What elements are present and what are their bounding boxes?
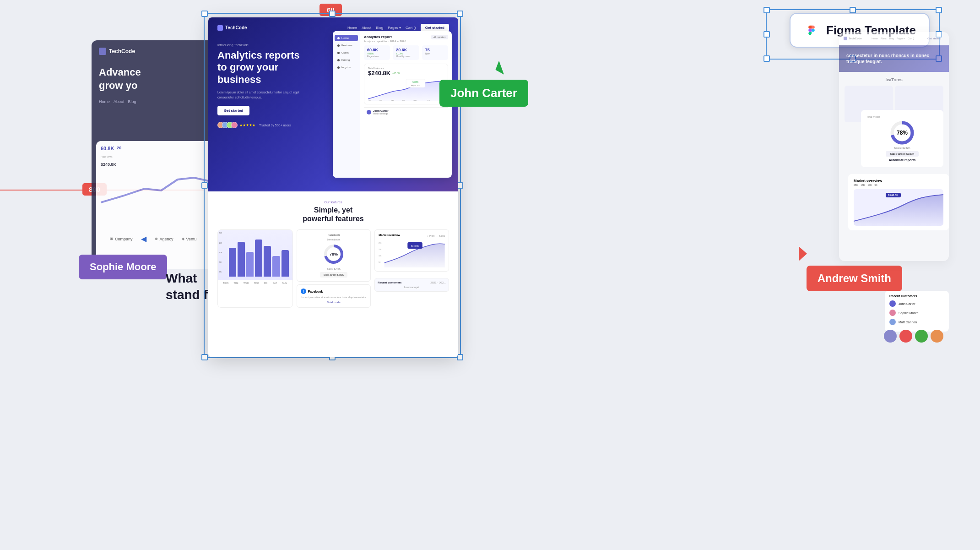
features-title: Simple, yetpowerful features xyxy=(217,206,449,223)
donut-chart-card: Facebook Lorem ipsum 78% Sales: $242K Sa… xyxy=(297,229,371,282)
sophie-moore-label: Sophie Moore xyxy=(79,255,167,279)
avatar-green-1 xyxy=(915,330,928,343)
dashboard-float-card: Home Features Users Pricing Intgrtns xyxy=(333,31,452,178)
venture-label: Ventu xyxy=(186,237,197,241)
dashboard-sidebar: Home Features Users Pricing Intgrtns xyxy=(333,31,360,178)
svg-text:25K: 25K xyxy=(379,242,382,244)
donut-cta[interactable]: Sales target: $330K xyxy=(320,272,347,278)
bar-chart-area: 25K15K10K5K0K xyxy=(218,230,292,280)
hero-intro-label: Introducing TechCode xyxy=(217,44,309,47)
right-donut-wrap: 78% xyxy=(888,119,916,147)
recent-customers-card: Recent customers 2021 - 202... Lorem ac … xyxy=(374,278,449,292)
right-donut-area: Total mode 78% Sales: $242K Sales target… xyxy=(861,110,943,167)
right-avatar-row xyxy=(884,330,943,343)
dashboard-subheader: Analytics report from 2024 to 2026 xyxy=(364,40,406,43)
mockup-features-section: Our features Simple, yetpowerful feature… xyxy=(208,191,458,317)
mockup-logo: TechCode xyxy=(217,25,247,31)
hero-description: Lorem ipsum dolor sit amet consectetur t… xyxy=(217,90,300,100)
svg-text:$48.8K: $48.8K xyxy=(412,81,418,83)
what-stands-text: Whatstand f xyxy=(166,270,208,304)
sidebar-home[interactable]: Home xyxy=(335,35,358,41)
right-customers-panel: Recent customers John Carter Sophie Moor… xyxy=(885,291,949,332)
market-title: Market overview xyxy=(379,234,400,236)
ruler-vertical-line xyxy=(332,4,333,16)
balance-chart: $48.8K May 04, 2025 JAN FEB MAR APR MAY … xyxy=(368,78,444,101)
avatar-purple-1 xyxy=(884,330,897,343)
left-dashboard-preview: 60.8K Page views 20 $240.8K xyxy=(96,141,215,269)
all-reports-btn[interactable]: All reports ▾ xyxy=(431,35,448,39)
mockup-hero-content: Introducing TechCode Analytics reports t… xyxy=(217,39,309,133)
customer-avatar-3 xyxy=(889,319,896,325)
left-hero-title: Advancegrow yo xyxy=(99,66,212,92)
bar-chart-card: 25K15K10K5K0K MONTUEWEDTHUFRISATSUN xyxy=(217,229,293,308)
right-card-hero: consectetur in nunc rhoncus in donec tri… xyxy=(839,45,949,72)
venture-icon: ◈ xyxy=(182,237,184,241)
mockup-nav-links: Home About Blog Pages ▾ Cart () Get star… xyxy=(347,24,449,32)
right-donut-sales: Sales: $242K xyxy=(894,147,910,149)
right-customer-1: John Carter xyxy=(889,300,944,307)
rc-header: Recent customers 2021 - 202... xyxy=(378,281,446,284)
right-donut-cta[interactable]: Sales target: $330K xyxy=(886,151,919,157)
svg-text:15K: 15K xyxy=(379,249,382,250)
nav-logo-icon xyxy=(217,25,223,31)
right-market-bar: $140.8K xyxy=(854,189,943,226)
john-carter-label: John Carter xyxy=(439,80,528,107)
trust-avatar-4 xyxy=(231,122,238,128)
right-features-title: feaTrires xyxy=(845,77,943,82)
hero-title: Analytics reports to grow your business xyxy=(217,49,309,86)
fb-desc: Lorem ipsum dolor sit amet consectetur t… xyxy=(301,296,367,299)
figma-logo-icon xyxy=(803,22,820,38)
avatar-red-1 xyxy=(899,330,912,343)
right-customer-2: Sophie Moore xyxy=(889,310,944,316)
balance-change: +15.8% xyxy=(392,72,400,75)
right-automate-label: Automate reports xyxy=(889,158,915,162)
left-logo-icon xyxy=(99,48,106,55)
trust-stars: ★★★★★ xyxy=(239,123,255,127)
main-mockup: TechCode Home About Blog Pages ▾ Cart ()… xyxy=(208,17,458,357)
svg-text:JUN: JUN xyxy=(427,100,430,101)
balance-num: $240.8K xyxy=(368,70,390,76)
profile-avatar xyxy=(367,110,371,114)
chart-x-labels: MONTUEWEDTHUFRISATSUN xyxy=(218,280,292,286)
sidebar-features[interactable]: Features xyxy=(335,42,358,49)
agency-icon: ⊕ xyxy=(155,237,158,241)
fb-icon: f xyxy=(301,289,306,294)
sidebar-integrations[interactable]: Intgrtns xyxy=(335,64,358,71)
sidebar-pricing[interactable]: Pricing xyxy=(335,57,358,63)
dashboard-main-content: Analytics report Analytics report from 2… xyxy=(360,31,452,178)
dashboard-stats: 60.8K +0.8% Page views 20.6K +1.2% Month… xyxy=(364,45,448,60)
stat-new: 75 New xyxy=(422,45,448,60)
svg-text:May 04, 2025: May 04, 2025 xyxy=(411,85,420,87)
stat-page-views: 60.8K +0.8% Page views xyxy=(364,45,390,60)
company-label: Company xyxy=(115,237,133,241)
market-price-tag: $140.8K xyxy=(886,193,901,197)
dashboard-header: Analytics report xyxy=(364,35,406,39)
stat-monthly-users: 20.6K +1.2% Monthly users xyxy=(393,45,419,60)
right-market-overview: Market overview 25K15K10K5K $140.8K xyxy=(848,174,949,230)
ruler-top-indicator: 60 xyxy=(319,4,342,16)
hero-trust: ★★★★★ Trusted by 500+ users xyxy=(217,122,309,128)
avatar-orange-1 xyxy=(931,330,943,343)
features-label: Our features xyxy=(217,201,449,204)
dashboard-profile: John Carter Profile settings xyxy=(364,107,448,117)
hero-cta-button[interactable]: Get started xyxy=(217,106,249,115)
svg-text:MAR: MAR xyxy=(391,100,395,101)
sidebar-users[interactable]: Users xyxy=(335,49,358,56)
arrow-icon-1: ◀ xyxy=(141,234,146,243)
right-customer-3: Matt Cannon xyxy=(889,319,944,325)
donut-sales-label: Sales: $242K xyxy=(327,267,341,270)
rc-date: 2021 - 202... xyxy=(430,281,446,284)
agency-label: Agency xyxy=(160,237,173,241)
profile-role: Profile settings xyxy=(373,112,389,115)
mockup-nav-cta[interactable]: Get started xyxy=(421,24,449,32)
mockup-hero-section: TechCode Home About Blog Pages ▾ Cart ()… xyxy=(208,17,458,191)
right-customers-title: Recent customers xyxy=(889,294,944,298)
balance-card: Total balance $240.8K +15.8% xyxy=(364,64,448,104)
company-strip: ⊞ Company ◀ ⊕ Agency ◈ Ventu xyxy=(110,234,197,243)
mockup-navbar: TechCode Home About Blog Pages ▾ Cart ()… xyxy=(217,24,449,32)
svg-text:FEB: FEB xyxy=(379,100,383,101)
svg-text:$140.8K: $140.8K xyxy=(411,245,420,247)
trust-text: Trusted by 500+ users xyxy=(259,124,291,127)
features-cards: 25K15K10K5K0K MONTUEWEDTHUFRISATSUN xyxy=(217,229,449,308)
donut-percent: 78% xyxy=(330,252,338,256)
